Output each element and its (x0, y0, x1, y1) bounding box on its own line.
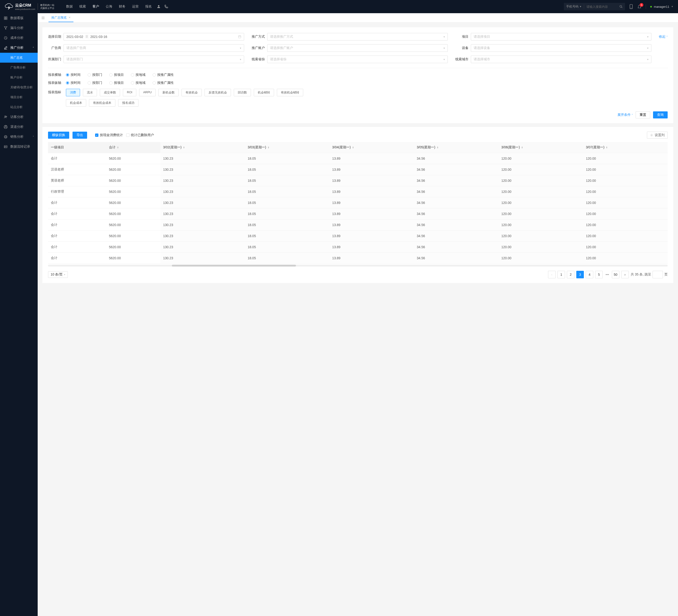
project-select[interactable]: 请选择项目▾ (471, 33, 651, 40)
metric-tag[interactable]: 机会销转 (254, 89, 274, 96)
settings-button[interactable]: 设置列 (647, 132, 668, 139)
sidebar-item[interactable]: 数据看版 (0, 13, 38, 23)
sidebar-subitem[interactable]: 项目分析 (0, 92, 38, 102)
metric-tag[interactable]: 流水 (83, 89, 97, 96)
th-date[interactable]: 3/03(星期一)▲▼ (245, 142, 329, 153)
tab-overview[interactable]: 推广总预览 ✕ (48, 14, 73, 22)
query-button[interactable]: 查询 (653, 111, 668, 118)
page-btn[interactable]: 2 (567, 271, 574, 278)
filter-date: 选择日期 2021-03-02 至 2021-03-16 (48, 33, 244, 40)
metric-tag[interactable]: 消费 (66, 89, 80, 96)
sidebar-item[interactable]: 推广分析˄ (0, 43, 38, 53)
dept-select[interactable]: 请选择部门▾ (64, 56, 244, 63)
th-date[interactable]: 3/05(星期一)▲▼ (414, 142, 498, 153)
sidebar-item[interactable]: 销售分析˅ (0, 132, 38, 142)
page-next[interactable]: › (621, 271, 629, 278)
search-button[interactable] (617, 5, 625, 8)
cell-value: 13.89 (329, 175, 414, 186)
nav-item[interactable]: 报名 (145, 4, 152, 9)
mobile-icon[interactable] (629, 4, 633, 9)
radio-option[interactable]: 按地域 (131, 81, 146, 85)
close-icon[interactable]: ✕ (69, 16, 71, 19)
phone-icon[interactable] (164, 4, 168, 9)
radio-option[interactable]: 按项目 (109, 81, 124, 85)
sidebar-item[interactable]: 访客分析 (0, 112, 38, 122)
nav-item[interactable]: 公海 (106, 4, 112, 9)
user-menu[interactable]: manager11 ▼ (650, 5, 673, 8)
collapse-link[interactable]: 收起 ˄ (659, 35, 668, 39)
sidebar-subitem[interactable]: 广告商分析 (0, 63, 38, 73)
switch-button[interactable]: 横纵切换 (48, 132, 69, 139)
expand-link[interactable]: 展开条件 ˅ (617, 113, 633, 117)
sidebar-item[interactable]: 渠道分析 (0, 122, 38, 132)
reset-button[interactable]: 重置 (636, 111, 650, 118)
bell-icon[interactable]: 5 (637, 4, 641, 9)
nav-item[interactable]: 线索 (79, 4, 86, 9)
search-input[interactable] (584, 5, 617, 8)
metric-tag[interactable]: 有效机会销转 (277, 89, 303, 96)
sidebar-subitem[interactable]: 推广总览 (0, 53, 38, 63)
metric-tag[interactable]: 有效机会 (182, 89, 202, 96)
th-date[interactable]: 3/07(星期一)▲▼ (583, 142, 668, 153)
sidebar-subitem[interactable]: 站点分析 (0, 102, 38, 112)
page-btn[interactable]: 1 (558, 271, 565, 278)
method-select[interactable]: 请选择推广方式▾ (267, 33, 448, 40)
user-icon[interactable] (156, 4, 161, 9)
device-select[interactable]: 请选择设备▾ (471, 44, 651, 52)
page-btn[interactable]: 50 (612, 271, 619, 278)
th-total[interactable]: 合计▲▼ (106, 142, 160, 153)
radio-option[interactable]: 按地域 (131, 73, 146, 77)
menu-toggle[interactable] (40, 15, 46, 21)
radio-option[interactable]: 按时间 (66, 73, 80, 77)
export-button[interactable]: 导出 (73, 132, 87, 139)
metric-tag[interactable]: 回访数 (234, 89, 251, 96)
deleted-checkbox-wrap[interactable]: 统计已删除用户 (126, 133, 154, 137)
nav-item[interactable]: 运营 (132, 4, 139, 9)
date-sep: 至 (85, 35, 88, 39)
metric-tag[interactable]: ARPU (139, 89, 156, 96)
th-name[interactable]: 一级项目 (48, 142, 106, 153)
date-range-input[interactable]: 2021-03-02 至 2021-03-16 (64, 33, 244, 40)
scrollbar[interactable] (48, 265, 668, 266)
sidebar-subitem[interactable]: 账户分析 (0, 73, 38, 82)
metric-tag[interactable]: 成交单数 (100, 89, 120, 96)
nav-item[interactable]: 客户 (92, 4, 99, 9)
metric-tag[interactable]: 新机会数 (158, 89, 179, 96)
th-date[interactable]: 3/04(星期一)▲▼ (329, 142, 414, 153)
sidebar-item[interactable]: 漏斗分析 (0, 23, 38, 33)
table-scroll[interactable]: 一级项目合计▲▼3/02(星期一)▲▼3/03(星期一)▲▼3/04(星期一)▲… (48, 142, 668, 266)
clock-icon (4, 36, 7, 40)
radio-option[interactable]: 按推广属性 (153, 81, 174, 85)
metric-tag[interactable]: 反馈无效机会 (204, 89, 231, 96)
page-jump-input[interactable] (652, 271, 663, 278)
radio-option[interactable]: 按部门 (87, 73, 102, 77)
sidebar-subitem[interactable]: 关键词/创意分析 (0, 82, 38, 92)
metric-tag[interactable]: 有效机会成本 (89, 99, 115, 107)
cash-checkbox-wrap[interactable]: 按现金消费统计 (95, 133, 123, 137)
page-prev[interactable]: ‹ (548, 271, 556, 278)
advertiser-select[interactable]: 请选择广告商▾ (64, 44, 244, 52)
province-select[interactable]: 请选择省份▾ (267, 56, 448, 63)
th-date[interactable]: 3/02(星期一)▲▼ (160, 142, 245, 153)
th-date[interactable]: 3/06(星期一)▲▼ (499, 142, 583, 153)
nav-item[interactable]: 数据 (66, 4, 73, 9)
metric-tag[interactable]: 报名成功 (118, 99, 139, 107)
radio-option[interactable]: 按推广属性 (153, 73, 174, 77)
radio-option[interactable]: 按时间 (66, 81, 80, 85)
search-type-select[interactable]: 手机号码 ▼ (564, 4, 584, 9)
logo[interactable]: 云朵CRM www.yunduocrm.com 教育机构一站 式服务云平台 (5, 3, 54, 10)
radio-option[interactable]: 按项目 (109, 73, 124, 77)
scrollbar-thumb[interactable] (172, 265, 296, 266)
sidebar-item[interactable]: 数据流转记录 (0, 142, 38, 152)
sidebar-item[interactable]: 成本分析 (0, 33, 38, 43)
page-size-select[interactable]: 10 条/页 ▾ (48, 271, 68, 278)
page-btn[interactable]: 3 (576, 271, 584, 278)
account-select[interactable]: 请选择推广账户▾ (267, 44, 448, 52)
page-btn[interactable]: 4 (586, 271, 593, 278)
radio-option[interactable]: 按部门 (87, 81, 102, 85)
nav-item[interactable]: 财务 (119, 4, 125, 9)
city-select[interactable]: 请选择城市▾ (471, 56, 651, 63)
metric-tag[interactable]: ROI (123, 89, 136, 96)
metric-tag[interactable]: 机会成本 (66, 99, 86, 107)
page-btn[interactable]: 5 (595, 271, 603, 278)
